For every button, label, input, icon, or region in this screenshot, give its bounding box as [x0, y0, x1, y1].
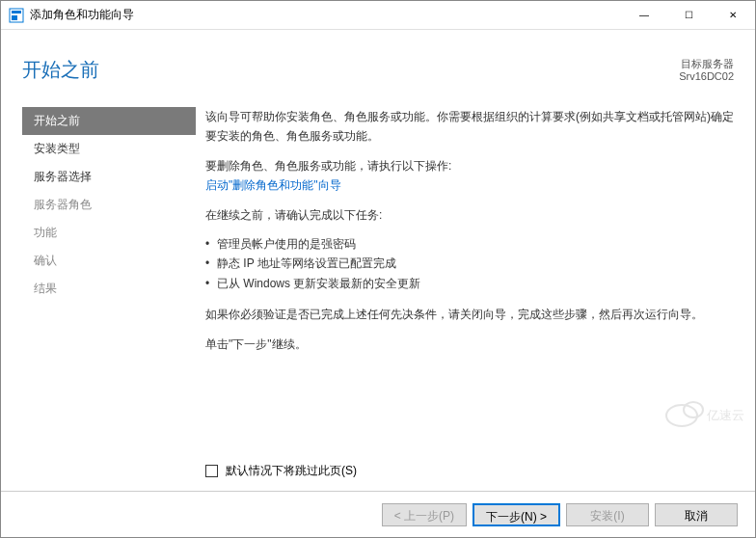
prereq-item: 已从 Windows 更新安装最新的安全更新 — [205, 274, 734, 293]
intro-text: 该向导可帮助你安装角色、角色服务或功能。你需要根据组织的计算要求(例如共享文档或… — [205, 107, 734, 147]
remove-prefix: 要删除角色、角色服务或功能，请执行以下操作: — [205, 159, 451, 173]
click-next-text: 单击"下一步"继续。 — [205, 335, 734, 354]
app-icon — [9, 8, 24, 23]
cancel-button[interactable]: 取消 — [655, 503, 738, 526]
nav-step-features: 功能 — [22, 219, 196, 247]
remove-roles-link[interactable]: 启动"删除角色和功能"向导 — [205, 178, 341, 192]
before-continue-text: 在继续之前，请确认完成以下任务: — [205, 205, 734, 225]
prereq-item: 管理员帐户使用的是强密码 — [205, 234, 734, 254]
nav-step-confirm: 确认 — [22, 247, 196, 275]
page-title: 开始之前 — [22, 57, 99, 83]
wizard-content: 该向导可帮助你安装角色、角色服务或功能。你需要根据组织的计算要求(例如共享文档或… — [196, 107, 734, 454]
nav-step-before-begin[interactable]: 开始之前 — [22, 107, 196, 135]
nav-step-install-type[interactable]: 安装类型 — [22, 135, 196, 163]
prereq-item: 静态 IP 地址等网络设置已配置完成 — [205, 254, 734, 273]
skip-page-checkbox[interactable] — [205, 465, 218, 477]
nav-step-server-roles: 服务器角色 — [22, 191, 196, 219]
window-title: 添加角色和功能向导 — [30, 7, 622, 23]
svg-point-3 — [666, 405, 697, 426]
nav-step-results: 结果 — [22, 275, 196, 303]
close-button[interactable]: ✕ — [711, 1, 755, 29]
previous-button: < 上一步(P) — [382, 503, 467, 526]
svg-rect-1 — [12, 11, 21, 13]
minimize-button[interactable]: — — [622, 1, 666, 29]
destination-server: Srv16DC02 — [679, 70, 734, 82]
wizard-nav: 开始之前 安装类型 服务器选择 服务器角色 功能 确认 结果 — [22, 107, 196, 454]
nav-step-server-selection[interactable]: 服务器选择 — [22, 163, 196, 191]
skip-page-label[interactable]: 默认情况下将跳过此页(S) — [226, 463, 357, 479]
svg-text:亿速云: 亿速云 — [706, 408, 744, 422]
install-button: 安装(I) — [566, 503, 649, 526]
svg-rect-2 — [12, 15, 17, 20]
verify-text: 如果你必须验证是否已完成上述任何先决条件，请关闭向导，完成这些步骤，然后再次运行… — [205, 305, 734, 324]
next-button[interactable]: 下一步(N) > — [472, 503, 560, 526]
watermark: 亿速云 — [664, 396, 747, 433]
maximize-button[interactable]: ☐ — [666, 1, 711, 29]
destination-label: 目标服务器 — [681, 57, 734, 71]
